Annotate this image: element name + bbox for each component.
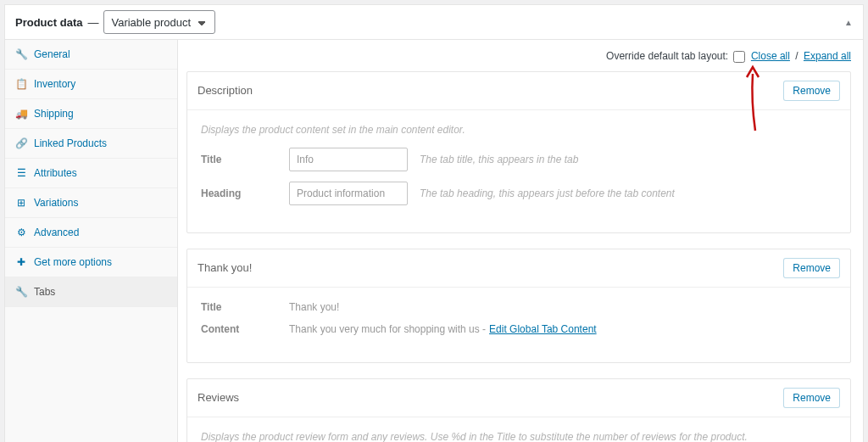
tab-section-body: Title Thank you! Content Thank you very … (187, 288, 850, 362)
sidebar-item-label: General (34, 48, 70, 60)
edit-global-tab-link[interactable]: Edit Global Tab Content (489, 323, 597, 335)
collapse-toggle-icon[interactable]: ▲ (844, 18, 853, 27)
tab-section-header[interactable]: Thank you! Remove (187, 249, 850, 288)
tab-section-body: Displays the product content set in the … (187, 110, 850, 232)
help-text: Displays the product content set in the … (201, 124, 837, 136)
remove-button[interactable]: Remove (783, 258, 840, 278)
sidebar-item-linked-products[interactable]: 🔗Linked Products (5, 129, 177, 158)
sidebar-item-attributes[interactable]: ☰Attributes (5, 159, 177, 187)
tab-section-description: Description Remove Displays the product … (186, 71, 851, 233)
expand-all-link[interactable]: Expand all (804, 50, 851, 62)
panel-body: 🔧General 📋Inventory 🚚Shipping 🔗Linked Pr… (5, 40, 863, 442)
tab-section-header[interactable]: Description Remove (187, 72, 850, 110)
remove-button[interactable]: Remove (783, 388, 840, 408)
sidebar-item-label: Shipping (34, 108, 74, 120)
product-type-select[interactable]: Variable product (103, 10, 215, 34)
sidebar-item-inventory[interactable]: 📋Inventory (5, 70, 177, 98)
wrench-icon: 🔧 (15, 48, 27, 60)
plus-icon: ✚ (15, 256, 27, 268)
override-checkbox[interactable] (733, 51, 745, 63)
tab-section-reviews: Reviews Remove Displays the product revi… (186, 378, 851, 442)
sidebar-item-label: Variations (34, 197, 78, 209)
sidebar-item-variations[interactable]: ⊞Variations (5, 188, 177, 217)
field-label-heading: Heading (201, 187, 277, 199)
sidebar-item-label: Inventory (34, 78, 75, 90)
top-controls: Override default tab layout: Close all /… (186, 48, 851, 71)
field-label-title: Title (201, 301, 277, 313)
sidebar-item-label: Get more options (34, 256, 112, 268)
sidebar-item-label: Advanced (34, 227, 79, 238)
sidebar-item-label: Attributes (34, 167, 77, 179)
sidebar-item-advanced[interactable]: ⚙Advanced (5, 218, 177, 247)
grid-icon: ⊞ (15, 197, 27, 209)
content-static-value: Thank you very much for shopping with us… (289, 323, 486, 335)
link-icon: 🔗 (15, 137, 27, 149)
sidebar-item-tabs[interactable]: 🔧Tabs (5, 277, 177, 306)
sidebar: 🔧General 📋Inventory 🚚Shipping 🔗Linked Pr… (5, 40, 178, 442)
remove-button[interactable]: Remove (783, 81, 840, 101)
sidebar-item-label: Linked Products (34, 137, 107, 149)
tab-section-header[interactable]: Reviews Remove (187, 379, 850, 417)
tab-section-body: Displays the product review form and any… (187, 417, 850, 442)
sidebar-item-shipping[interactable]: 🚚Shipping (5, 99, 177, 128)
separator: — (87, 16, 98, 29)
field-label-title: Title (201, 154, 277, 165)
sidebar-item-general[interactable]: 🔧General (5, 40, 177, 69)
truck-icon: 🚚 (15, 108, 27, 120)
tab-section-title: Description (198, 84, 253, 97)
content-area: Override default tab layout: Close all /… (178, 40, 863, 442)
list-icon: ☰ (15, 167, 27, 179)
override-label: Override default tab layout: (606, 50, 728, 62)
field-hint: The tab heading, this appears just befor… (420, 187, 675, 199)
tab-section-title: Reviews (198, 391, 239, 404)
title-input[interactable] (289, 148, 408, 171)
wrench-icon: 🔧 (15, 286, 27, 298)
help-text: Displays the product review form and any… (201, 431, 837, 442)
heading-input[interactable] (289, 182, 408, 205)
sidebar-item-get-more-options[interactable]: ✚Get more options (5, 248, 177, 277)
title-static-value: Thank you! (289, 301, 339, 313)
separator: / (795, 50, 798, 62)
product-data-panel: Product data — Variable product ▲ 🔧Gener… (4, 4, 864, 442)
tab-section-thankyou: Thank you! Remove Title Thank you! Conte… (186, 249, 851, 363)
sidebar-item-label: Tabs (34, 286, 55, 298)
gear-icon: ⚙ (15, 227, 27, 238)
field-label-content: Content (201, 323, 277, 335)
tab-section-title: Thank you! (198, 261, 252, 274)
clipboard-icon: 📋 (15, 78, 27, 90)
panel-title: Product data (15, 16, 82, 29)
field-hint: The tab title, this appears in the tab (420, 154, 578, 165)
close-all-link[interactable]: Close all (751, 50, 790, 62)
panel-header: Product data — Variable product ▲ (5, 5, 863, 40)
